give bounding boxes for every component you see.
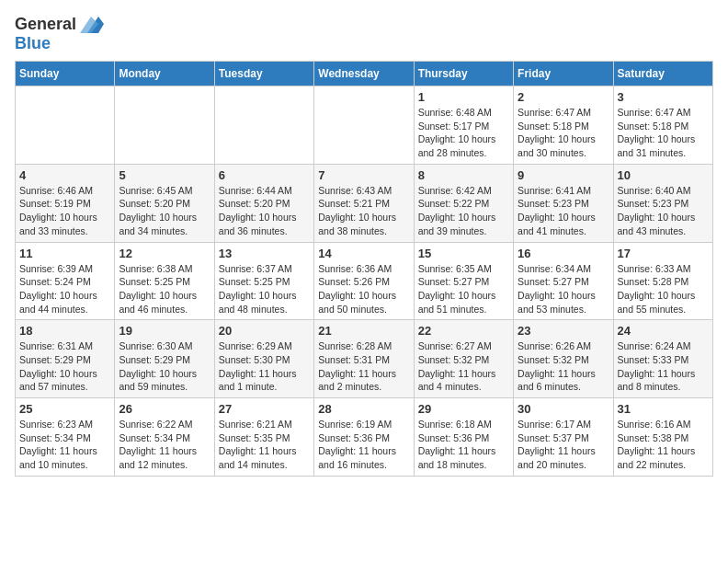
day-number: 29 <box>418 402 509 416</box>
calendar-cell: 8Sunrise: 6:42 AMSunset: 5:22 PMDaylight… <box>414 164 513 242</box>
calendar-cell: 18Sunrise: 6:31 AMSunset: 5:29 PMDayligh… <box>16 320 115 398</box>
logo-icon <box>80 17 104 33</box>
day-number: 14 <box>318 247 409 260</box>
day-info: Sunrise: 6:34 AMSunset: 5:27 PMDaylight:… <box>518 262 609 316</box>
calendar-cell: 7Sunrise: 6:43 AMSunset: 5:21 PMDaylight… <box>314 164 414 242</box>
day-number: 24 <box>618 324 709 338</box>
day-number: 22 <box>418 324 509 338</box>
day-info: Sunrise: 6:16 AMSunset: 5:38 PMDaylight:… <box>618 418 709 472</box>
calendar-cell: 3Sunrise: 6:47 AMSunset: 5:18 PMDaylight… <box>613 86 712 165</box>
day-info: Sunrise: 6:47 AMSunset: 5:18 PMDaylight:… <box>618 106 709 160</box>
day-number: 1 <box>418 90 509 104</box>
weekday-header: Friday <box>514 62 613 86</box>
weekday-header: Sunday <box>16 62 115 86</box>
calendar-cell: 17Sunrise: 6:33 AMSunset: 5:28 PMDayligh… <box>613 242 712 320</box>
day-number: 13 <box>219 247 310 260</box>
calendar-cell: 15Sunrise: 6:35 AMSunset: 5:27 PMDayligh… <box>414 242 513 320</box>
day-info: Sunrise: 6:45 AMSunset: 5:20 PMDaylight:… <box>119 184 210 238</box>
day-number: 6 <box>219 168 310 182</box>
day-info: Sunrise: 6:21 AMSunset: 5:35 PMDaylight:… <box>219 418 310 472</box>
day-info: Sunrise: 6:44 AMSunset: 5:20 PMDaylight:… <box>219 184 310 238</box>
calendar-cell: 13Sunrise: 6:37 AMSunset: 5:25 PMDayligh… <box>214 242 313 320</box>
day-number: 16 <box>518 247 609 260</box>
day-info: Sunrise: 6:17 AMSunset: 5:37 PMDaylight:… <box>518 418 609 472</box>
calendar-cell: 9Sunrise: 6:41 AMSunset: 5:23 PMDaylight… <box>514 164 613 242</box>
weekday-header: Thursday <box>414 62 513 86</box>
day-number: 31 <box>618 402 709 416</box>
weekday-header: Monday <box>115 62 214 86</box>
weekday-header: Wednesday <box>314 62 414 86</box>
day-number: 17 <box>618 247 709 260</box>
calendar-cell: 14Sunrise: 6:36 AMSunset: 5:26 PMDayligh… <box>314 242 414 320</box>
day-number: 2 <box>518 90 609 104</box>
calendar-cell: 30Sunrise: 6:17 AMSunset: 5:37 PMDayligh… <box>514 398 613 477</box>
weekday-header: Tuesday <box>214 62 313 86</box>
day-info: Sunrise: 6:19 AMSunset: 5:36 PMDaylight:… <box>318 418 409 472</box>
day-number: 5 <box>119 168 210 182</box>
calendar-cell: 5Sunrise: 6:45 AMSunset: 5:20 PMDaylight… <box>115 164 214 242</box>
calendar-cell: 22Sunrise: 6:27 AMSunset: 5:32 PMDayligh… <box>414 320 513 398</box>
day-number: 30 <box>518 402 609 416</box>
day-number: 7 <box>318 168 409 182</box>
day-number: 28 <box>318 402 409 416</box>
calendar-cell: 4Sunrise: 6:46 AMSunset: 5:19 PMDaylight… <box>16 164 115 242</box>
day-number: 8 <box>418 168 509 182</box>
day-number: 4 <box>19 168 110 182</box>
day-number: 26 <box>119 402 210 416</box>
day-number: 9 <box>518 168 609 182</box>
day-info: Sunrise: 6:29 AMSunset: 5:30 PMDaylight:… <box>219 339 310 394</box>
day-info: Sunrise: 6:37 AMSunset: 5:25 PMDaylight:… <box>219 262 310 316</box>
day-info: Sunrise: 6:31 AMSunset: 5:29 PMDaylight:… <box>19 339 110 394</box>
calendar-cell: 1Sunrise: 6:48 AMSunset: 5:17 PMDaylight… <box>414 86 513 165</box>
calendar-cell: 31Sunrise: 6:16 AMSunset: 5:38 PMDayligh… <box>613 398 712 477</box>
day-info: Sunrise: 6:48 AMSunset: 5:17 PMDaylight:… <box>418 106 509 160</box>
calendar-cell: 10Sunrise: 6:40 AMSunset: 5:23 PMDayligh… <box>613 164 712 242</box>
calendar-cell <box>314 86 414 165</box>
day-number: 21 <box>318 324 409 338</box>
day-number: 25 <box>19 402 110 416</box>
calendar-cell: 29Sunrise: 6:18 AMSunset: 5:36 PMDayligh… <box>414 398 513 477</box>
day-info: Sunrise: 6:30 AMSunset: 5:29 PMDaylight:… <box>119 339 210 394</box>
day-info: Sunrise: 6:26 AMSunset: 5:32 PMDaylight:… <box>518 339 609 394</box>
day-number: 27 <box>219 402 310 416</box>
day-info: Sunrise: 6:28 AMSunset: 5:31 PMDaylight:… <box>318 339 409 394</box>
day-info: Sunrise: 6:46 AMSunset: 5:19 PMDaylight:… <box>19 184 110 238</box>
calendar-cell: 16Sunrise: 6:34 AMSunset: 5:27 PMDayligh… <box>514 242 613 320</box>
page-header: General Blue <box>15 15 713 53</box>
calendar-cell: 19Sunrise: 6:30 AMSunset: 5:29 PMDayligh… <box>115 320 214 398</box>
calendar-cell: 26Sunrise: 6:22 AMSunset: 5:34 PMDayligh… <box>115 398 214 477</box>
calendar-cell: 6Sunrise: 6:44 AMSunset: 5:20 PMDaylight… <box>214 164 313 242</box>
calendar-cell: 24Sunrise: 6:24 AMSunset: 5:33 PMDayligh… <box>613 320 712 398</box>
calendar-cell: 12Sunrise: 6:38 AMSunset: 5:25 PMDayligh… <box>115 242 214 320</box>
calendar-cell: 28Sunrise: 6:19 AMSunset: 5:36 PMDayligh… <box>314 398 414 477</box>
calendar-header: SundayMondayTuesdayWednesdayThursdayFrid… <box>16 62 713 86</box>
calendar-cell: 2Sunrise: 6:47 AMSunset: 5:18 PMDaylight… <box>514 86 613 165</box>
calendar-table: SundayMondayTuesdayWednesdayThursdayFrid… <box>15 61 713 477</box>
day-info: Sunrise: 6:40 AMSunset: 5:23 PMDaylight:… <box>618 184 709 238</box>
logo: General Blue <box>15 15 104 53</box>
day-info: Sunrise: 6:42 AMSunset: 5:22 PMDaylight:… <box>418 184 509 238</box>
weekday-header: Saturday <box>613 62 712 86</box>
day-info: Sunrise: 6:18 AMSunset: 5:36 PMDaylight:… <box>418 418 509 472</box>
day-info: Sunrise: 6:47 AMSunset: 5:18 PMDaylight:… <box>518 106 609 160</box>
day-info: Sunrise: 6:33 AMSunset: 5:28 PMDaylight:… <box>618 262 709 316</box>
day-number: 12 <box>119 247 210 260</box>
day-info: Sunrise: 6:24 AMSunset: 5:33 PMDaylight:… <box>618 339 709 394</box>
day-info: Sunrise: 6:38 AMSunset: 5:25 PMDaylight:… <box>119 262 210 316</box>
day-info: Sunrise: 6:27 AMSunset: 5:32 PMDaylight:… <box>418 339 509 394</box>
day-info: Sunrise: 6:36 AMSunset: 5:26 PMDaylight:… <box>318 262 409 316</box>
calendar-cell <box>115 86 214 165</box>
calendar-cell: 20Sunrise: 6:29 AMSunset: 5:30 PMDayligh… <box>214 320 313 398</box>
calendar-cell <box>16 86 115 165</box>
day-number: 20 <box>219 324 310 338</box>
calendar-cell: 27Sunrise: 6:21 AMSunset: 5:35 PMDayligh… <box>214 398 313 477</box>
day-info: Sunrise: 6:43 AMSunset: 5:21 PMDaylight:… <box>318 184 409 238</box>
day-number: 23 <box>518 324 609 338</box>
calendar-cell: 21Sunrise: 6:28 AMSunset: 5:31 PMDayligh… <box>314 320 414 398</box>
day-number: 15 <box>418 247 509 260</box>
logo-blue-text: Blue <box>15 34 51 52</box>
logo-general-text: General <box>15 15 76 34</box>
calendar-cell: 25Sunrise: 6:23 AMSunset: 5:34 PMDayligh… <box>16 398 115 477</box>
calendar-cell <box>214 86 313 165</box>
calendar-cell: 11Sunrise: 6:39 AMSunset: 5:24 PMDayligh… <box>16 242 115 320</box>
